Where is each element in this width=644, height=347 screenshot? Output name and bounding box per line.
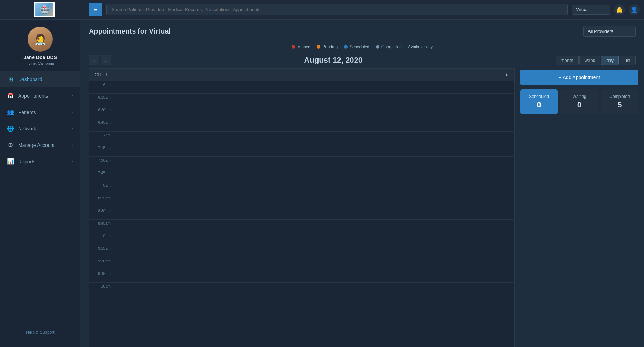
scheduled-label: Scheduled — [350, 44, 370, 49]
sidebar-item-label: Dashboard — [18, 77, 73, 82]
sidebar-item-network[interactable]: 🌐 Network ‹ — [0, 120, 80, 137]
menu-button[interactable]: ☰ — [89, 3, 102, 16]
time-label: 6:45am — [89, 119, 114, 126]
day-view-button[interactable]: day — [601, 56, 619, 65]
week-view-button[interactable]: week — [579, 56, 600, 65]
time-label: 10am — [89, 283, 114, 290]
manage-account-icon: ⚙ — [7, 142, 14, 148]
user-location: Irvine, California — [26, 61, 54, 65]
channel-label: CH - 1 — [95, 72, 108, 77]
content-area: Appointments for Virtual All Providers M… — [80, 20, 644, 347]
time-slot: 10am — [89, 283, 514, 295]
list-view-button[interactable]: list — [620, 56, 636, 65]
appointments-icon: 📅 — [7, 92, 14, 99]
completed-stat-card: Completed 5 — [601, 89, 638, 114]
time-slot: 8:15am — [89, 194, 514, 207]
time-label: 8:15am — [89, 194, 114, 201]
user-name: Jane Doe DDS — [23, 55, 57, 60]
legend-completed: Completed — [376, 44, 402, 49]
time-slots[interactable]: 6am 6:15am 6:30am 6:45am — [89, 81, 514, 347]
stats-row: Scheduled 0 Waiting 0 Completed 5 — [520, 89, 638, 114]
topbar-right: Virtual 🔔 👤 — [572, 4, 640, 15]
chevron-icon: ‹ — [72, 160, 73, 163]
time-label: 8am — [89, 182, 114, 189]
time-label: 9:45am — [89, 270, 114, 277]
month-view-button[interactable]: month — [556, 56, 579, 65]
topbar: ☰ Virtual 🔔 👤 — [0, 0, 644, 20]
time-slot: 9:45am — [89, 270, 514, 283]
scroll-up-arrow[interactable]: ▲ — [504, 72, 509, 77]
time-label: 7am — [89, 132, 114, 139]
completed-stat-value: 5 — [617, 100, 622, 109]
chevron-icon: ‹ — [72, 110, 73, 114]
sidebar-item-appointments[interactable]: 📅 Appointments ‹ — [0, 87, 80, 104]
pending-label: Pending — [322, 44, 338, 49]
right-panel: + Add Appointment Scheduled 0 Waiting 0 … — [515, 68, 644, 347]
time-slot: 9am — [89, 232, 514, 245]
avatar: 🧑‍⚕️ — [28, 27, 53, 52]
time-label: 6:15am — [89, 94, 114, 101]
time-slot: 9:30am — [89, 257, 514, 270]
time-label: 9am — [89, 232, 114, 239]
waiting-stat-value: 0 — [577, 100, 581, 109]
sidebar-item-label: Reports — [18, 159, 68, 164]
time-slot: 6:45am — [89, 119, 514, 132]
pending-dot — [317, 45, 320, 49]
virtual-select[interactable]: Virtual — [572, 5, 610, 15]
page-header: Appointments for Virtual All Providers — [80, 20, 644, 42]
legend-available: Available day — [408, 44, 433, 49]
time-slot: 7am — [89, 132, 514, 144]
time-slot: 9:15am — [89, 245, 514, 257]
page-title: Appointments for Virtual — [89, 27, 171, 35]
legend-missed: Missed — [292, 44, 310, 49]
scheduled-stat-value: 0 — [537, 100, 541, 109]
sidebar-item-label: Patients — [18, 109, 68, 115]
sidebar: 🧑‍⚕️ Jane Doe DDS Irvine, California ⊞ D… — [0, 20, 80, 347]
sidebar-item-reports[interactable]: 📊 Reports ‹ — [0, 153, 80, 170]
time-slot: 7:15am — [89, 144, 514, 157]
providers-select[interactable]: All Providers — [583, 26, 636, 37]
time-slot: 6am — [89, 81, 514, 94]
time-label: 9:15am — [89, 245, 114, 252]
legend-bar: Missed Pending Scheduled Completed Avail… — [80, 42, 644, 52]
time-slot: 7:30am — [89, 157, 514, 169]
missed-label: Missed — [297, 44, 310, 49]
completed-dot — [376, 45, 379, 49]
main-layout: 🧑‍⚕️ Jane Doe DDS Irvine, California ⊞ D… — [0, 20, 644, 347]
current-date: August 12, 2020 — [304, 56, 363, 65]
legend-scheduled: Scheduled — [344, 44, 370, 49]
calendar-controls: ‹ › August 12, 2020 month week day list — [80, 52, 644, 68]
dashboard-icon: ⊞ — [7, 76, 14, 83]
time-slot: 7:45am — [89, 169, 514, 182]
time-slot: 8:45am — [89, 220, 514, 232]
sidebar-item-patients[interactable]: 👥 Patients ‹ — [0, 104, 80, 120]
user-icon[interactable]: 👤 — [629, 4, 640, 15]
add-appointment-button[interactable]: + Add Appointment — [520, 70, 638, 85]
calendar-pane: CH - 1 ▲ 6am 6:15am 6:30am — [89, 68, 515, 347]
time-slot: 8am — [89, 182, 514, 194]
date-navigation: ‹ › — [89, 55, 111, 65]
time-slot: 6:30am — [89, 106, 514, 119]
channel-header: CH - 1 ▲ — [89, 69, 514, 81]
missed-dot — [292, 45, 295, 49]
next-date-button[interactable]: › — [101, 55, 111, 65]
search-input[interactable] — [106, 4, 568, 15]
time-label: 9:30am — [89, 257, 114, 264]
two-col-layout: CH - 1 ▲ 6am 6:15am 6:30am — [80, 68, 644, 347]
completed-label: Completed — [381, 44, 402, 49]
notification-icon[interactable]: 🔔 — [614, 4, 625, 15]
sidebar-item-manage-account[interactable]: ⚙ Manage Account ‹ — [0, 137, 80, 153]
chevron-icon: ‹ — [72, 127, 73, 130]
time-label: 7:45am — [89, 169, 114, 176]
scheduled-dot — [344, 45, 348, 49]
legend-pending: Pending — [317, 44, 338, 49]
prev-date-button[interactable]: ‹ — [89, 55, 99, 65]
time-label: 8:45am — [89, 220, 114, 227]
time-slot: 6:15am — [89, 94, 514, 106]
time-label: 7:30am — [89, 157, 114, 164]
sidebar-item-dashboard[interactable]: ⊞ Dashboard — [0, 71, 80, 87]
network-icon: 🌐 — [7, 125, 14, 132]
reports-icon: 📊 — [7, 158, 14, 165]
time-label: 6am — [89, 81, 114, 88]
help-support-link[interactable]: Help & Support — [0, 325, 80, 340]
